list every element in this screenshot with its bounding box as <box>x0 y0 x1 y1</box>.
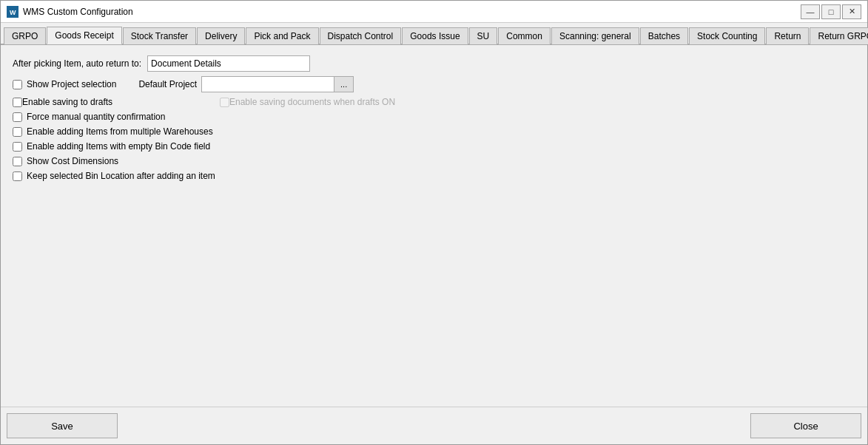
multiple-warehouses-row: Enable adding Items from multiple Wareho… <box>13 126 855 137</box>
tab-common[interactable]: Common <box>498 27 551 44</box>
enable-drafts-col: Enable saving to drafts <box>13 97 220 107</box>
tab-dispatch-control[interactable]: Dispatch Control <box>320 27 402 44</box>
save-button[interactable]: Save <box>7 413 118 438</box>
default-project-label: Default Project <box>138 79 197 89</box>
tabs-bar: GRPO Goods Receipt Stock Transfer Delive… <box>1 23 867 45</box>
tab-delivery[interactable]: Delivery <box>197 27 245 44</box>
force-manual-label: Force manual quantity confirmation <box>27 112 165 122</box>
auto-return-row: After picking Item, auto return to: Docu… <box>13 55 855 72</box>
tab-stock-transfer[interactable]: Stock Transfer <box>123 27 196 44</box>
window-close-button[interactable]: ✕ <box>842 4 861 19</box>
tab-stock-counting[interactable]: Stock Counting <box>689 27 765 44</box>
default-project-browse-button[interactable]: ... <box>334 76 354 92</box>
show-project-checkbox[interactable] <box>13 80 22 89</box>
empty-bin-code-checkbox[interactable] <box>13 142 22 152</box>
app-icon: W <box>7 6 18 18</box>
tab-return-grpo[interactable]: Return GRPO <box>810 27 868 44</box>
tab-goods-issue[interactable]: Goods Issue <box>402 27 468 44</box>
auto-return-dropdown-wrapper: Document Details Item List Main Menu <box>147 55 310 72</box>
tab-goods-receipt[interactable]: Goods Receipt <box>47 27 121 44</box>
tab-su[interactable]: SU <box>469 27 498 44</box>
show-cost-dimensions-label: Show Cost Dimensions <box>27 156 118 166</box>
window-title: WMS Custom Configuration <box>23 7 801 17</box>
empty-bin-code-label: Enable adding Items with empty Bin Code … <box>27 141 210 152</box>
content-area: After picking Item, auto return to: Docu… <box>1 45 867 407</box>
drafts-row: Enable saving to drafts Enable saving do… <box>13 97 855 107</box>
show-project-label: Show Project selection <box>27 79 116 89</box>
tab-scanning-general[interactable]: Scanning: general <box>551 27 639 44</box>
auto-return-label: After picking Item, auto return to: <box>13 58 141 69</box>
main-window: W WMS Custom Configuration — □ ✕ GRPO Go… <box>0 0 868 445</box>
keep-bin-row: Keep selected Bin Location after adding … <box>13 171 855 181</box>
enable-drafts-on-checkbox[interactable] <box>220 98 229 107</box>
keep-bin-location-label: Keep selected Bin Location after adding … <box>27 171 215 181</box>
svg-text:W: W <box>10 9 16 16</box>
auto-return-select[interactable]: Document Details Item List Main Menu <box>147 55 310 72</box>
title-bar: W WMS Custom Configuration — □ ✕ <box>1 1 867 23</box>
enable-drafts-checkbox[interactable] <box>13 98 22 107</box>
default-project-input[interactable] <box>201 76 334 92</box>
enable-drafts-on-label: Enable saving documents when drafts ON <box>229 97 395 107</box>
show-project-row: Show Project selection <box>13 79 116 89</box>
force-manual-row: Force manual quantity confirmation <box>13 112 855 122</box>
force-manual-checkbox[interactable] <box>13 112 22 122</box>
multiple-warehouses-checkbox[interactable] <box>13 127 22 137</box>
tab-grpo[interactable]: GRPO <box>4 27 46 44</box>
maximize-button[interactable]: □ <box>821 4 841 19</box>
tab-batches[interactable]: Batches <box>640 27 688 44</box>
bottom-bar: Save Close <box>1 407 867 444</box>
show-cost-row: Show Cost Dimensions <box>13 156 855 166</box>
multiple-warehouses-label: Enable adding Items from multiple Wareho… <box>27 126 213 137</box>
enable-drafts-label: Enable saving to drafts <box>22 97 112 107</box>
keep-bin-location-checkbox[interactable] <box>13 171 22 181</box>
show-cost-dimensions-checkbox[interactable] <box>13 157 22 166</box>
empty-bin-code-row: Enable adding Items with empty Bin Code … <box>13 141 855 152</box>
tab-pick-and-pack[interactable]: Pick and Pack <box>246 27 318 44</box>
close-button[interactable]: Close <box>750 413 861 438</box>
enable-drafts-on-col: Enable saving documents when drafts ON <box>220 97 395 107</box>
minimize-button[interactable]: — <box>801 4 820 19</box>
tab-return[interactable]: Return <box>766 27 809 44</box>
window-controls: — □ ✕ <box>801 4 861 19</box>
